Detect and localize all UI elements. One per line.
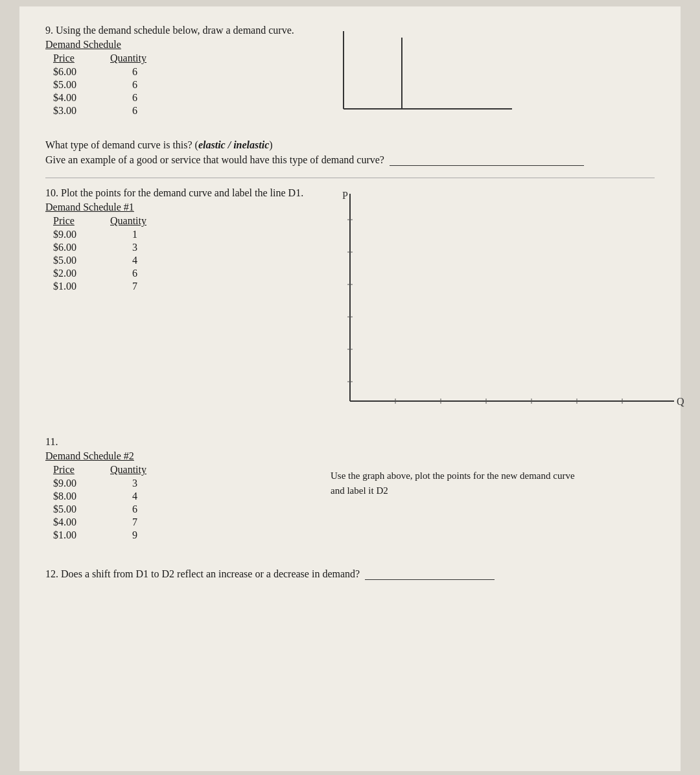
q10-price-1: $9.00 [45,228,84,241]
q10-qty-3: 4 [84,254,154,267]
q9-example-question: Give an example of a good or service tha… [45,154,384,165]
q10-svg: P Q [318,187,694,427]
q11-qty-4: 7 [84,516,154,529]
table-row: $5.00 6 [45,78,154,91]
q10-number: 10. [45,187,58,198]
q10-qty-5: 7 [84,280,154,293]
q10-qty-2: 3 [84,241,154,254]
q9-graph [318,25,525,115]
q11-qty-2: 4 [84,490,154,503]
q12-answer-line [365,568,495,580]
question-12: 12. Does a shift from D1 to D2 reflect a… [45,568,655,580]
question-11: 11. Demand Schedule #2 Price Quantity $9… [45,436,655,548]
q10-graph: P Q [318,187,681,421]
q10-schedule-title: Demand Schedule #1 [45,202,134,213]
table-row: $9.00 3 [45,477,154,490]
table-row: $6.00 3 [45,241,154,254]
q10-left: 10. Plot the points for the demand curve… [45,187,318,421]
q10-table: Price Quantity $9.00 1 $6.00 3 $5.00 [45,214,154,293]
q10-price-2: $6.00 [45,241,84,254]
q9-price-3: $4.00 [45,91,84,104]
q10-price-4: $2.00 [45,267,84,280]
q11-table: Price Quantity $9.00 3 $8.00 4 $5.00 [45,463,154,542]
table-row: $9.00 1 [45,228,154,241]
q9-instruction: Using the demand schedule below, draw a … [56,25,294,36]
q9-price-1: $6.00 [45,65,84,78]
q9-qty-1: 6 [84,65,154,78]
q9-type-container: What type of demand curve is this? (elas… [45,139,655,151]
question-9: 9. Using the demand schedule below, draw… [45,25,655,124]
q11-price-1: $9.00 [45,477,84,490]
q9-qty-2: 6 [84,78,154,91]
q11-number: 11. [45,436,58,447]
table-row: $5.00 6 [45,503,154,516]
q11-instruction: Use the graph above, plot the points for… [331,468,590,498]
q11-price-4: $4.00 [45,516,84,529]
q12-question: Does a shift from D1 to D2 reflect an in… [61,568,360,579]
q10-price-3: $5.00 [45,254,84,267]
q9-number: 9. [45,25,53,36]
q11-right: Use the graph above, plot the points for… [318,436,655,548]
axis-q-label: Q [677,396,684,407]
q11-left: 11. Demand Schedule #2 Price Quantity $9… [45,436,318,548]
q11-col-quantity: Quantity [84,463,154,477]
q10-right: P Q [318,187,681,421]
table-row: $4.00 6 [45,91,154,104]
q11-price-5: $1.00 [45,529,84,542]
table-row: $4.00 7 [45,516,154,529]
q11-qty-5: 9 [84,529,154,542]
q9-qty-4: 6 [84,104,154,117]
table-row: $3.00 6 [45,104,154,117]
q9-right [318,25,655,124]
q10-col-quantity: Quantity [84,214,154,228]
table-row: $2.00 6 [45,267,154,280]
q9-qty-3: 6 [84,91,154,104]
q9-price-4: $3.00 [45,104,84,117]
q10-header: 10. Plot the points for the demand curve… [45,187,318,199]
q9-col-quantity: Quantity [84,52,154,65]
table-row: $1.00 7 [45,280,154,293]
q9-schedule-title: Demand Schedule [45,39,121,51]
q10-instruction: Plot the points for the demand curve and… [61,187,303,198]
q9-table: Price Quantity $6.00 6 $5.00 6 $4.00 [45,52,154,117]
section-divider-1 [45,178,655,178]
question-10: 10. Plot the points for the demand curve… [45,187,655,421]
q11-qty-3: 6 [84,503,154,516]
q10-col-price: Price [45,214,84,228]
q9-type-end: ) [269,139,272,150]
q11-price-3: $5.00 [45,503,84,516]
q11-col-price: Price [45,463,84,477]
q10-price-5: $1.00 [45,280,84,293]
q11-price-2: $8.00 [45,490,84,503]
q9-price-2: $5.00 [45,78,84,91]
q9-example-container: Give an example of a good or service tha… [45,154,655,166]
q11-header: 11. [45,436,318,448]
q10-qty-4: 6 [84,267,154,280]
table-row: $8.00 4 [45,490,154,503]
table-row: $6.00 6 [45,65,154,78]
table-row: $1.00 9 [45,529,154,542]
q11-qty-1: 3 [84,477,154,490]
q9-type-emphasis: elastic / inelastic [198,139,269,150]
q9-svg [318,25,525,125]
q9-left: 9. Using the demand schedule below, draw… [45,25,318,124]
q9-answer-line [390,154,584,166]
q9-type-question: What type of demand curve is this? ( [45,139,198,150]
q9-header: 9. Using the demand schedule below, draw… [45,25,318,36]
q11-schedule-title: Demand Schedule #2 [45,450,134,462]
q12-number: 12. [45,568,58,579]
q9-col-price: Price [45,52,84,65]
axis-p-label: P [342,190,348,201]
q10-qty-1: 1 [84,228,154,241]
table-row: $5.00 4 [45,254,154,267]
